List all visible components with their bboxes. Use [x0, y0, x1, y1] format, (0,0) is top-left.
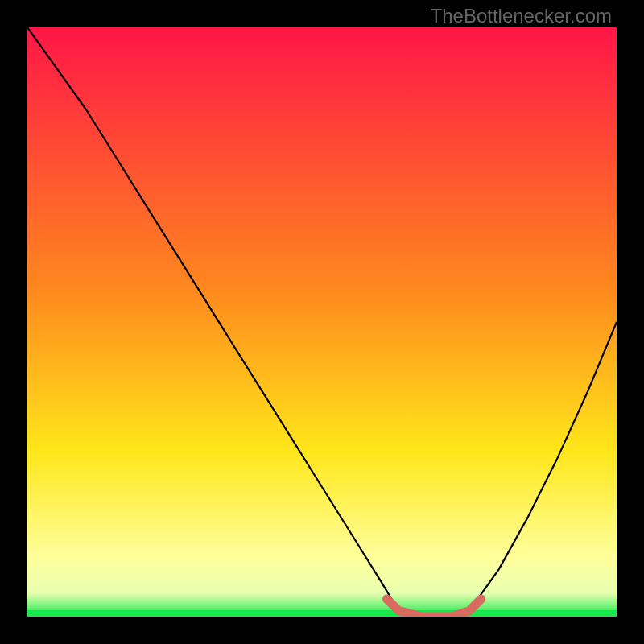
chart-frame: TheBottlenecker.com — [0, 0, 644, 644]
watermark-text: TheBottlenecker.com — [431, 5, 612, 27]
svg-rect-0 — [27, 27, 617, 617]
svg-rect-1 — [27, 610, 617, 617]
chart-svg — [27, 27, 617, 617]
plot-area — [27, 27, 617, 617]
